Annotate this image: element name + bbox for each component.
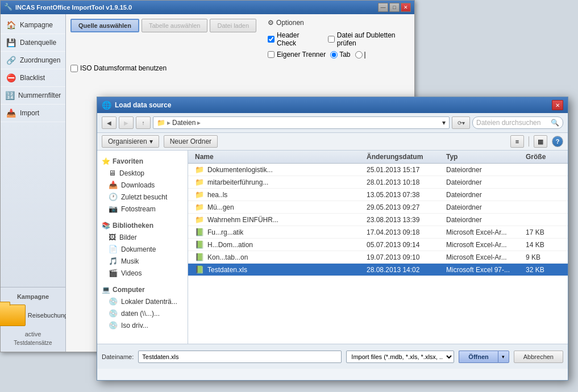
tree-item-bilder[interactable]: 🖼 Bilder (97, 231, 188, 243)
divider (529, 136, 529, 147)
minimize-button[interactable]: — (378, 3, 388, 12)
tree-item-dokumente[interactable]: 📄 Dokumente (97, 243, 188, 255)
sidebar-item-nummernfilter[interactable]: 🔢 Nummernfilter (1, 87, 65, 105)
file-row-6[interactable]: 📗H...Dom...ation 05.07.2013 09:14 Micros… (188, 239, 568, 251)
header-check-label[interactable]: Header Check (268, 31, 317, 47)
neuer-ordner-label: Neuer Ordner (170, 137, 211, 145)
kampagne-icon: 🏠 (5, 19, 16, 31)
file-row-3[interactable]: 📁Mü...gen 29.05.2013 09:27 Dateiordner (188, 201, 568, 214)
options-icon: ⚙ (268, 19, 274, 27)
tree-item-lokaler[interactable]: 💿 Lokaler Datenträ... (97, 295, 188, 307)
path-bar[interactable]: 📁 ▸ Dateien ▸ ▾ (153, 116, 450, 129)
sidebar-label-datenquelle: Datenquelle (20, 39, 56, 47)
radio-group: Tab | (330, 51, 365, 59)
file-row-0[interactable]: 📁Dokumentenlogistik... 25.01.2013 15:17 … (188, 164, 568, 176)
header-check-input[interactable] (268, 36, 275, 43)
quelle-button[interactable]: Quelle auswählen (70, 19, 139, 32)
blacklist-icon: ⛔ (5, 72, 16, 84)
organise-label: Organisieren (108, 137, 147, 145)
search-icon: 🔍 (551, 119, 559, 127)
col-date[interactable]: Änderungsdatum (364, 153, 444, 161)
tree-item-zuletzt[interactable]: 🕐 Zuletzt besucht (97, 191, 188, 203)
file-row-8[interactable]: 📗Testdaten.xls 28.08.2013 14:02 Microsof… (188, 264, 568, 276)
file-row-5[interactable]: 📗Fu...rg...atik 17.04.2013 09:18 Microso… (188, 226, 568, 239)
maximize-button[interactable]: □ (389, 3, 400, 12)
bibliotheken-section[interactable]: 📚 Bibliotheken (97, 218, 188, 231)
tree-item-musik[interactable]: 🎵 Musik (97, 255, 188, 267)
file-row-1[interactable]: 📁mitarbeiterführung... 28.01.2013 10:18 … (188, 176, 568, 189)
organise-button[interactable]: Organisieren ▾ (102, 135, 159, 148)
options-section: ⚙ Optionen Header Check Datei auf Dublet… (268, 19, 410, 59)
refresh-button[interactable]: ⟳▾ (452, 116, 470, 129)
bilder-icon: 🖼 (109, 233, 116, 241)
iso-checkbox[interactable] (70, 65, 78, 72)
file-row-4[interactable]: 📁Wahrnehm EINFÜHR... 23.08.2013 13:39 Da… (188, 214, 568, 226)
open-dropdown-arrow[interactable]: ▾ (498, 351, 509, 363)
iso-icon: 💿 (109, 321, 118, 330)
sidebar-item-datenquelle[interactable]: 💾 Datenquelle (1, 34, 65, 52)
filename-input[interactable] (138, 351, 342, 363)
tree-item-videos[interactable]: 🎬 Videos (97, 267, 188, 279)
file-size-8: 32 KB (523, 266, 563, 274)
fotostream-icon: 📷 (109, 205, 118, 213)
file-name-4: 📁Wahrnehm EINFÜHR... (193, 215, 364, 224)
dubletten-input[interactable] (328, 36, 335, 43)
path-segment: Dateien (172, 119, 196, 127)
sidebar-item-kampagne[interactable]: 🏠 Kampagne (1, 16, 65, 34)
cancel-button[interactable]: Abbrechen (514, 351, 563, 363)
musik-label: Musik (121, 257, 139, 265)
iso-label-tree: Iso driv... (121, 322, 148, 330)
tree-item-fotostream[interactable]: 📷 Fotostream (97, 203, 188, 215)
col-type[interactable]: Typ (444, 153, 523, 161)
tree-item-downloads[interactable]: 📥 Downloads (97, 179, 188, 191)
view-mode-button[interactable]: ≡ (510, 135, 524, 148)
tree-item-desktop[interactable]: 🖥 Desktop (97, 167, 188, 179)
organise-arrow: ▾ (149, 137, 153, 145)
open-button[interactable]: Öffnen (459, 351, 497, 363)
search-box[interactable]: Dateien durchsuchen 🔍 (472, 116, 563, 129)
desktop-icon: 🖥 (109, 169, 116, 177)
tree-item-daten[interactable]: 💿 daten (\\...)... (97, 307, 188, 319)
sidebar-label-nummernfilter: Nummernfilter (18, 91, 61, 99)
sidebar-item-zuordnungen[interactable]: 🔗 Zuordnungen (1, 52, 65, 69)
trenner-label[interactable]: Eigener Trenner (268, 51, 326, 59)
computer-icon: 💻 (102, 286, 110, 294)
tree-item-iso[interactable]: 💿 Iso driv... (97, 319, 188, 331)
dubletten-label[interactable]: Datei auf Dubletten prüfen (328, 31, 410, 47)
file-type-4: Dateiordner (444, 216, 523, 224)
path-dropdown-icon[interactable]: ▾ (442, 119, 446, 127)
tabelle-button[interactable]: Tabelle auswählen (142, 19, 208, 32)
left-panel: ⭐ Favoriten 🖥 Desktop 📥 Downloads 🕐 Zule… (97, 151, 188, 344)
computer-section[interactable]: 💻 Computer (97, 282, 188, 295)
trenner-input[interactable] (268, 51, 275, 58)
datei-button[interactable]: Datei laden (210, 19, 256, 32)
back-button[interactable]: ◀ (102, 116, 117, 129)
sidebar-item-import[interactable]: 📥 Import (1, 105, 65, 122)
col-size[interactable]: Größe (523, 153, 563, 161)
up-button[interactable]: ↑ (136, 116, 151, 129)
file-row-2[interactable]: 📁hea..ls 13.05.2013 07:38 Dateiordner (188, 189, 568, 201)
file-row-7[interactable]: 📗Kon...tab...on 19.07.2013 09:10 Microso… (188, 251, 568, 264)
sidebar-item-blacklist[interactable]: ⛔ Blacklist (1, 69, 65, 87)
bilder-label: Bilder (119, 233, 137, 241)
close-button[interactable]: ✕ (401, 3, 411, 12)
forward-button[interactable]: ▶ (119, 116, 134, 129)
pipe-radio-label[interactable]: | (355, 51, 366, 59)
datenquelle-icon: 💾 (5, 37, 16, 48)
view-btn-2[interactable]: ▦ (534, 135, 547, 148)
tab-radio[interactable] (330, 51, 338, 59)
help-button[interactable]: ? (552, 136, 563, 147)
folder-icon-3: 📁 (195, 203, 204, 211)
path-arrow-2: ▸ (197, 119, 201, 127)
filetype-select[interactable]: Import files (*.mdb, *.xls, *.xlsx, ... (346, 351, 454, 363)
dubletten-text: Datei auf Dubletten prüfen (337, 31, 410, 47)
neuer-ordner-button[interactable]: Neuer Ordner (164, 135, 218, 148)
tab-radio-label[interactable]: Tab (330, 51, 350, 59)
computer-label: Computer (113, 286, 145, 294)
dialog-title-bar: 🌐 Load data source ✕ (97, 97, 568, 113)
dialog-close-button[interactable]: ✕ (552, 100, 563, 110)
favorites-section[interactable]: ⭐ Favoriten (97, 154, 188, 167)
col-name[interactable]: Name (193, 153, 364, 161)
file-size-6: 14 KB (523, 241, 563, 249)
pipe-radio[interactable] (355, 51, 363, 59)
